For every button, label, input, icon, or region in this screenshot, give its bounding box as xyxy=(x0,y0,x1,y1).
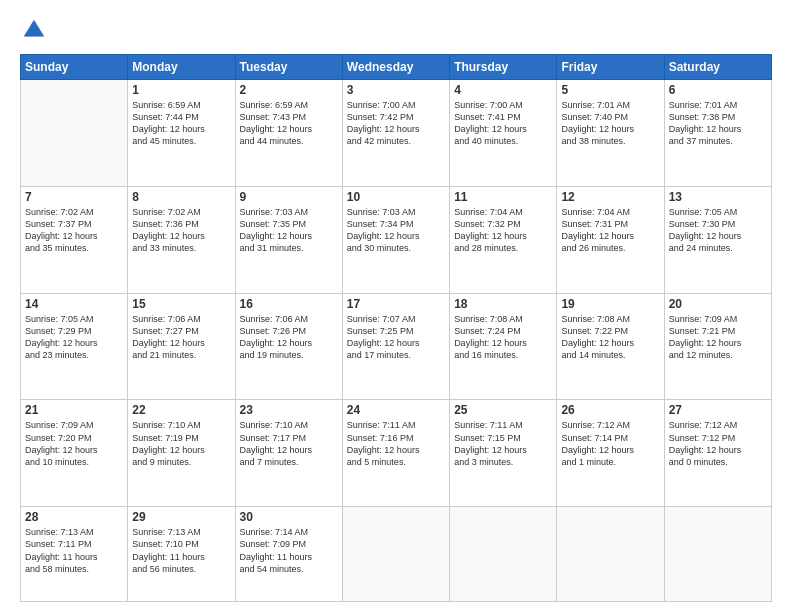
day-cell: 17Sunrise: 7:07 AM Sunset: 7:25 PM Dayli… xyxy=(342,293,449,400)
day-number: 9 xyxy=(240,190,338,204)
weekday-header-row: SundayMondayTuesdayWednesdayThursdayFrid… xyxy=(21,55,772,80)
day-cell: 14Sunrise: 7:05 AM Sunset: 7:29 PM Dayli… xyxy=(21,293,128,400)
day-info: Sunrise: 7:14 AM Sunset: 7:09 PM Dayligh… xyxy=(240,526,338,575)
week-row-1: 1Sunrise: 6:59 AM Sunset: 7:44 PM Daylig… xyxy=(21,80,772,187)
day-number: 29 xyxy=(132,510,230,524)
day-cell xyxy=(557,507,664,602)
day-info: Sunrise: 7:06 AM Sunset: 7:26 PM Dayligh… xyxy=(240,313,338,362)
day-info: Sunrise: 7:11 AM Sunset: 7:16 PM Dayligh… xyxy=(347,419,445,468)
day-cell: 9Sunrise: 7:03 AM Sunset: 7:35 PM Daylig… xyxy=(235,186,342,293)
day-cell: 10Sunrise: 7:03 AM Sunset: 7:34 PM Dayli… xyxy=(342,186,449,293)
day-number: 21 xyxy=(25,403,123,417)
day-number: 27 xyxy=(669,403,767,417)
day-cell: 23Sunrise: 7:10 AM Sunset: 7:17 PM Dayli… xyxy=(235,400,342,507)
day-info: Sunrise: 7:13 AM Sunset: 7:11 PM Dayligh… xyxy=(25,526,123,575)
day-cell: 13Sunrise: 7:05 AM Sunset: 7:30 PM Dayli… xyxy=(664,186,771,293)
day-info: Sunrise: 7:03 AM Sunset: 7:34 PM Dayligh… xyxy=(347,206,445,255)
day-info: Sunrise: 7:10 AM Sunset: 7:17 PM Dayligh… xyxy=(240,419,338,468)
day-number: 26 xyxy=(561,403,659,417)
day-number: 4 xyxy=(454,83,552,97)
day-number: 19 xyxy=(561,297,659,311)
day-number: 1 xyxy=(132,83,230,97)
day-number: 15 xyxy=(132,297,230,311)
day-number: 24 xyxy=(347,403,445,417)
weekday-header-wednesday: Wednesday xyxy=(342,55,449,80)
day-info: Sunrise: 6:59 AM Sunset: 7:43 PM Dayligh… xyxy=(240,99,338,148)
day-info: Sunrise: 7:12 AM Sunset: 7:12 PM Dayligh… xyxy=(669,419,767,468)
day-cell: 24Sunrise: 7:11 AM Sunset: 7:16 PM Dayli… xyxy=(342,400,449,507)
day-number: 11 xyxy=(454,190,552,204)
logo-icon xyxy=(20,16,48,44)
day-number: 2 xyxy=(240,83,338,97)
week-row-3: 14Sunrise: 7:05 AM Sunset: 7:29 PM Dayli… xyxy=(21,293,772,400)
day-number: 23 xyxy=(240,403,338,417)
day-number: 22 xyxy=(132,403,230,417)
day-info: Sunrise: 7:02 AM Sunset: 7:37 PM Dayligh… xyxy=(25,206,123,255)
day-cell: 22Sunrise: 7:10 AM Sunset: 7:19 PM Dayli… xyxy=(128,400,235,507)
calendar: SundayMondayTuesdayWednesdayThursdayFrid… xyxy=(20,54,772,602)
day-info: Sunrise: 7:00 AM Sunset: 7:42 PM Dayligh… xyxy=(347,99,445,148)
day-info: Sunrise: 7:04 AM Sunset: 7:32 PM Dayligh… xyxy=(454,206,552,255)
day-cell: 25Sunrise: 7:11 AM Sunset: 7:15 PM Dayli… xyxy=(450,400,557,507)
day-cell: 11Sunrise: 7:04 AM Sunset: 7:32 PM Dayli… xyxy=(450,186,557,293)
day-info: Sunrise: 7:13 AM Sunset: 7:10 PM Dayligh… xyxy=(132,526,230,575)
day-cell: 30Sunrise: 7:14 AM Sunset: 7:09 PM Dayli… xyxy=(235,507,342,602)
day-number: 3 xyxy=(347,83,445,97)
day-info: Sunrise: 7:08 AM Sunset: 7:24 PM Dayligh… xyxy=(454,313,552,362)
weekday-header-monday: Monday xyxy=(128,55,235,80)
logo xyxy=(20,16,52,44)
day-cell: 5Sunrise: 7:01 AM Sunset: 7:40 PM Daylig… xyxy=(557,80,664,187)
weekday-header-thursday: Thursday xyxy=(450,55,557,80)
day-cell: 21Sunrise: 7:09 AM Sunset: 7:20 PM Dayli… xyxy=(21,400,128,507)
day-info: Sunrise: 7:05 AM Sunset: 7:30 PM Dayligh… xyxy=(669,206,767,255)
day-info: Sunrise: 7:11 AM Sunset: 7:15 PM Dayligh… xyxy=(454,419,552,468)
day-cell: 29Sunrise: 7:13 AM Sunset: 7:10 PM Dayli… xyxy=(128,507,235,602)
week-row-5: 28Sunrise: 7:13 AM Sunset: 7:11 PM Dayli… xyxy=(21,507,772,602)
day-info: Sunrise: 7:10 AM Sunset: 7:19 PM Dayligh… xyxy=(132,419,230,468)
day-number: 25 xyxy=(454,403,552,417)
day-info: Sunrise: 7:05 AM Sunset: 7:29 PM Dayligh… xyxy=(25,313,123,362)
page: SundayMondayTuesdayWednesdayThursdayFrid… xyxy=(0,0,792,612)
day-cell: 26Sunrise: 7:12 AM Sunset: 7:14 PM Dayli… xyxy=(557,400,664,507)
day-info: Sunrise: 7:12 AM Sunset: 7:14 PM Dayligh… xyxy=(561,419,659,468)
day-number: 16 xyxy=(240,297,338,311)
day-cell: 4Sunrise: 7:00 AM Sunset: 7:41 PM Daylig… xyxy=(450,80,557,187)
day-cell: 6Sunrise: 7:01 AM Sunset: 7:38 PM Daylig… xyxy=(664,80,771,187)
day-number: 18 xyxy=(454,297,552,311)
week-row-4: 21Sunrise: 7:09 AM Sunset: 7:20 PM Dayli… xyxy=(21,400,772,507)
day-number: 14 xyxy=(25,297,123,311)
day-cell xyxy=(664,507,771,602)
day-number: 12 xyxy=(561,190,659,204)
day-info: Sunrise: 7:07 AM Sunset: 7:25 PM Dayligh… xyxy=(347,313,445,362)
day-cell: 16Sunrise: 7:06 AM Sunset: 7:26 PM Dayli… xyxy=(235,293,342,400)
day-cell: 20Sunrise: 7:09 AM Sunset: 7:21 PM Dayli… xyxy=(664,293,771,400)
weekday-header-friday: Friday xyxy=(557,55,664,80)
day-info: Sunrise: 7:04 AM Sunset: 7:31 PM Dayligh… xyxy=(561,206,659,255)
day-number: 7 xyxy=(25,190,123,204)
day-cell: 8Sunrise: 7:02 AM Sunset: 7:36 PM Daylig… xyxy=(128,186,235,293)
day-cell: 28Sunrise: 7:13 AM Sunset: 7:11 PM Dayli… xyxy=(21,507,128,602)
day-info: Sunrise: 7:01 AM Sunset: 7:38 PM Dayligh… xyxy=(669,99,767,148)
day-cell: 19Sunrise: 7:08 AM Sunset: 7:22 PM Dayli… xyxy=(557,293,664,400)
day-cell: 27Sunrise: 7:12 AM Sunset: 7:12 PM Dayli… xyxy=(664,400,771,507)
weekday-header-sunday: Sunday xyxy=(21,55,128,80)
day-info: Sunrise: 7:09 AM Sunset: 7:20 PM Dayligh… xyxy=(25,419,123,468)
day-number: 28 xyxy=(25,510,123,524)
day-info: Sunrise: 7:06 AM Sunset: 7:27 PM Dayligh… xyxy=(132,313,230,362)
day-info: Sunrise: 7:03 AM Sunset: 7:35 PM Dayligh… xyxy=(240,206,338,255)
day-cell xyxy=(342,507,449,602)
day-number: 20 xyxy=(669,297,767,311)
week-row-2: 7Sunrise: 7:02 AM Sunset: 7:37 PM Daylig… xyxy=(21,186,772,293)
header xyxy=(20,16,772,44)
day-number: 13 xyxy=(669,190,767,204)
day-cell xyxy=(450,507,557,602)
day-info: Sunrise: 7:09 AM Sunset: 7:21 PM Dayligh… xyxy=(669,313,767,362)
day-cell xyxy=(21,80,128,187)
day-number: 17 xyxy=(347,297,445,311)
day-number: 30 xyxy=(240,510,338,524)
day-cell: 2Sunrise: 6:59 AM Sunset: 7:43 PM Daylig… xyxy=(235,80,342,187)
weekday-header-saturday: Saturday xyxy=(664,55,771,80)
day-cell: 12Sunrise: 7:04 AM Sunset: 7:31 PM Dayli… xyxy=(557,186,664,293)
day-number: 10 xyxy=(347,190,445,204)
day-cell: 18Sunrise: 7:08 AM Sunset: 7:24 PM Dayli… xyxy=(450,293,557,400)
